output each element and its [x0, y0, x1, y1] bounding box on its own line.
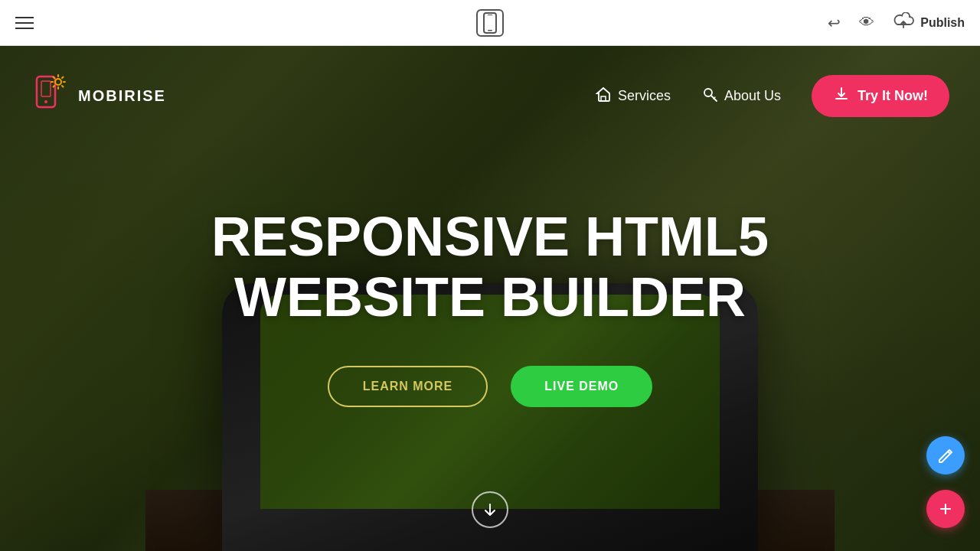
svg-line-14 — [54, 86, 55, 87]
fab-add-button[interactable]: + — [926, 490, 965, 528]
download-try-icon — [833, 86, 850, 106]
fab-add-label: + — [939, 498, 952, 520]
hero-title: RESPONSIVE HTML5 WEBSITE BUILDER — [211, 207, 769, 328]
logo-icon — [31, 73, 69, 119]
key-nav-icon — [701, 86, 718, 106]
editor-bar-left — [15, 17, 34, 29]
home-nav-icon — [595, 86, 612, 106]
svg-line-11 — [54, 77, 55, 79]
undo-icon[interactable]: ↩ — [828, 14, 841, 32]
about-label: About Us — [724, 88, 781, 104]
svg-rect-4 — [41, 81, 51, 96]
key-icon — [701, 86, 718, 103]
svg-point-5 — [44, 100, 47, 103]
hero-buttons: LEARN MORE LIVE DEMO — [328, 366, 653, 407]
house-icon — [595, 86, 612, 103]
cloud-upload-icon — [893, 12, 914, 29]
services-nav-link[interactable]: Services — [595, 86, 671, 106]
try-it-label: Try It Now! — [858, 88, 928, 104]
svg-line-13 — [62, 77, 64, 79]
editor-bar-right: ↩ 👁 Publish — [828, 12, 965, 33]
live-demo-button[interactable]: LIVE DEMO — [511, 366, 652, 407]
learn-more-button[interactable]: LEARN MORE — [328, 366, 488, 407]
hero-title-line1: RESPONSIVE HTML5 — [211, 206, 769, 267]
svg-point-16 — [704, 89, 712, 96]
website-preview: MOBIRISE Services — [0, 46, 980, 551]
hero-content: RESPONSIVE HTML5 WEBSITE BUILDER LEARN M… — [0, 145, 980, 407]
fab-edit-button[interactable] — [926, 436, 965, 474]
hamburger-menu-icon[interactable] — [15, 17, 34, 29]
site-logo[interactable]: MOBIRISE — [31, 73, 166, 119]
about-nav-link[interactable]: About Us — [701, 86, 781, 106]
scroll-down-button[interactable] — [472, 491, 508, 528]
publish-cloud-icon — [893, 12, 914, 33]
edit-pencil-icon — [937, 447, 954, 464]
logo-text: MOBIRISE — [78, 87, 166, 105]
preview-eye-icon[interactable]: 👁 — [859, 14, 874, 31]
publish-button[interactable]: Publish — [893, 12, 965, 33]
svg-rect-2 — [488, 15, 492, 15]
editor-bar-center — [476, 9, 504, 37]
hero-title-line2: WEBSITE BUILDER — [234, 266, 746, 328]
site-navbar: MOBIRISE Services — [0, 46, 980, 145]
svg-rect-1 — [488, 30, 492, 31]
arrow-down-icon — [482, 502, 498, 517]
svg-line-12 — [62, 86, 64, 87]
phone-device-icon — [483, 12, 497, 34]
mobile-preview-button[interactable] — [476, 9, 504, 37]
site-nav-links: Services About Us — [595, 75, 949, 117]
services-label: Services — [618, 88, 671, 104]
editor-bar: ↩ 👁 Publish — [0, 0, 980, 46]
publish-label: Publish — [920, 16, 965, 30]
download-icon — [833, 86, 850, 103]
try-it-now-button[interactable]: Try It Now! — [812, 75, 949, 117]
